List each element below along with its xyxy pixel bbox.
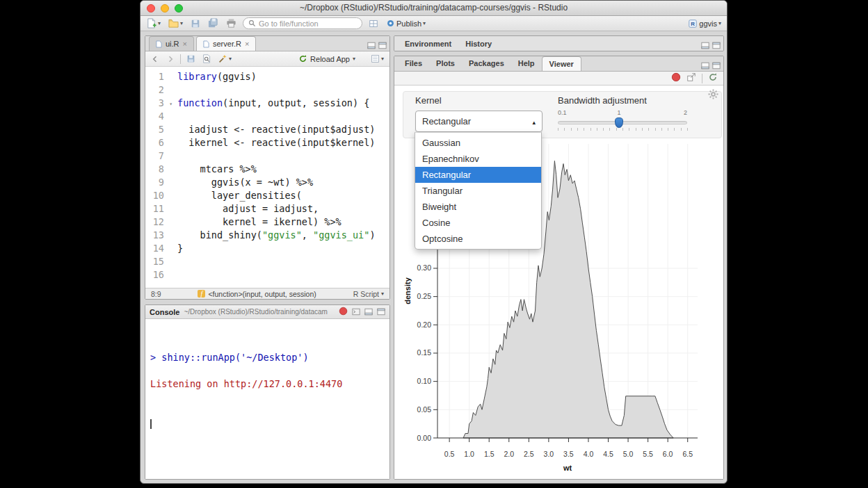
minimize-window-button[interactable]: [161, 4, 169, 13]
y-tick-label: 0.15: [417, 348, 432, 357]
zoom-window-button[interactable]: [175, 4, 183, 13]
titlebar: ~/Dropbox (RStudio)/RStudio/training/dat…: [140, 1, 727, 16]
project-selector[interactable]: R ggvis ▾: [686, 17, 723, 30]
print-button[interactable]: [225, 17, 238, 30]
tab-plots[interactable]: Plots: [429, 56, 462, 71]
scope-label: <function>(input, output, session): [208, 290, 316, 298]
maximize-pane-icon[interactable]: [377, 306, 385, 318]
cursor-position: 8:9: [151, 290, 161, 298]
maximize-pane-icon[interactable]: [712, 60, 721, 72]
line-number[interactable]: 8: [145, 163, 173, 176]
tab-files[interactable]: Files: [398, 56, 429, 71]
minimize-pane-icon[interactable]: [701, 60, 709, 72]
line-number[interactable]: 10: [145, 189, 173, 202]
line-number[interactable]: 5: [145, 123, 173, 136]
x-tick-label: 3.5: [563, 450, 574, 458]
line-number[interactable]: 15: [145, 255, 173, 268]
line-number[interactable]: 6: [145, 136, 173, 149]
dropdown-option[interactable]: Rectangular: [415, 167, 541, 183]
project-name: ggvis: [699, 19, 717, 28]
find-in-file-button[interactable]: [201, 53, 213, 65]
dropdown-option[interactable]: Biweight: [415, 199, 541, 215]
line-number[interactable]: 14: [145, 242, 173, 255]
console-to-pane-button[interactable]: [352, 306, 360, 318]
dropdown-option[interactable]: Cosine: [415, 215, 541, 231]
caret-down-icon: ▾: [353, 56, 355, 62]
save-button[interactable]: [189, 17, 202, 30]
close-window-button[interactable]: [147, 4, 155, 13]
editor-toolbar: ▾ Reload App ▾ ▾: [145, 51, 389, 67]
refresh-viewer-button[interactable]: [708, 72, 718, 85]
dropdown-option[interactable]: Gaussian: [415, 135, 541, 151]
forward-button[interactable]: [165, 53, 176, 65]
x-tick-label: 4.5: [603, 450, 613, 458]
stop-button[interactable]: [339, 306, 348, 318]
source-options-button[interactable]: ▾: [369, 53, 385, 65]
publish-button[interactable]: Publish ▾: [385, 17, 427, 30]
back-button[interactable]: [150, 53, 161, 65]
dropdown-option[interactable]: Epanechnikov: [415, 151, 541, 167]
line-number[interactable]: 11: [145, 202, 173, 215]
open-file-button[interactable]: ▾: [167, 17, 184, 30]
maximize-pane-icon[interactable]: [712, 40, 721, 51]
code-line: function(input, output, session) {: [177, 97, 389, 110]
code-tools-button[interactable]: ▾: [217, 53, 233, 65]
y-axis-title: density: [403, 277, 412, 304]
forward-arrow-icon: [166, 55, 175, 63]
code-editor[interactable]: 123▾45678910111213141516 library(ggvis)f…: [145, 67, 389, 288]
x-tick-label: 5.0: [623, 450, 634, 458]
document-icon: [156, 40, 162, 48]
code-line: adjust = iadjust,: [177, 202, 389, 215]
tab-history[interactable]: History: [458, 36, 499, 51]
tab-help[interactable]: Help: [511, 56, 542, 71]
source-tab-ui.R[interactable]: ui.R×: [149, 36, 194, 51]
tab-environment[interactable]: Environment: [398, 36, 458, 51]
stop-app-button[interactable]: [671, 72, 681, 85]
source-tab-server.R[interactable]: server.R×: [196, 36, 256, 51]
line-number[interactable]: 1: [145, 70, 173, 83]
tab-packages[interactable]: Packages: [462, 56, 511, 71]
file-type-selector[interactable]: R Script ▾: [353, 290, 384, 298]
slider-handle[interactable]: [615, 117, 623, 128]
close-tab-icon[interactable]: ×: [245, 40, 249, 48]
open-in-new-window-button[interactable]: [686, 72, 696, 85]
line-number[interactable]: 13: [145, 229, 173, 242]
line-number[interactable]: 3▾: [145, 97, 173, 110]
dropdown-option[interactable]: Optcosine: [415, 231, 541, 247]
line-number[interactable]: 9: [145, 176, 173, 189]
minimize-pane-icon[interactable]: [364, 306, 373, 318]
editor-code-area[interactable]: library(ggvis)function(input, output, se…: [173, 67, 389, 288]
addins-button[interactable]: [367, 17, 380, 30]
y-tick-label: 0.30: [417, 263, 432, 272]
minimize-pane-icon[interactable]: [701, 40, 709, 51]
bandwidth-label: Bandwidth adjustment: [558, 95, 647, 106]
y-tick-label: 0.25: [417, 292, 432, 300]
r-project-icon: R: [688, 19, 698, 29]
console-tab[interactable]: Console: [150, 308, 179, 316]
fold-arrow-icon[interactable]: ▾: [169, 97, 172, 111]
bandwidth-slider[interactable]: 0.1 1 2: [558, 109, 687, 136]
new-file-button[interactable]: ▾: [145, 17, 162, 30]
console-line: Listening on http://127.0.0.1:4470: [150, 377, 389, 391]
gear-icon[interactable]: [708, 89, 718, 102]
kernel-select[interactable]: Rectangular ▴: [415, 111, 542, 132]
minimize-pane-icon[interactable]: [367, 40, 376, 52]
line-number[interactable]: 16: [145, 268, 173, 282]
search-icon: [248, 19, 256, 27]
dropdown-option[interactable]: Triangular: [415, 183, 541, 199]
goto-file-box[interactable]: [243, 17, 362, 29]
save-file-button[interactable]: [185, 53, 197, 65]
line-number[interactable]: 4: [145, 110, 173, 123]
reload-app-button[interactable]: Reload App ▾: [298, 54, 355, 63]
close-tab-icon[interactable]: ×: [183, 40, 187, 48]
maximize-pane-icon[interactable]: [378, 40, 387, 52]
code-line: layer_densities(: [177, 189, 389, 202]
line-number[interactable]: 7: [145, 149, 173, 163]
console-output[interactable]: > shiny::runApp('~/Desktop')Listening on…: [145, 319, 389, 479]
save-all-button[interactable]: [207, 17, 220, 30]
line-number[interactable]: 12: [145, 215, 173, 229]
tab-viewer[interactable]: Viewer: [542, 56, 581, 71]
goto-file-input[interactable]: [259, 19, 349, 28]
scope-selector[interactable]: f <function>(input, output, session): [198, 290, 316, 298]
line-number[interactable]: 2: [145, 83, 173, 97]
